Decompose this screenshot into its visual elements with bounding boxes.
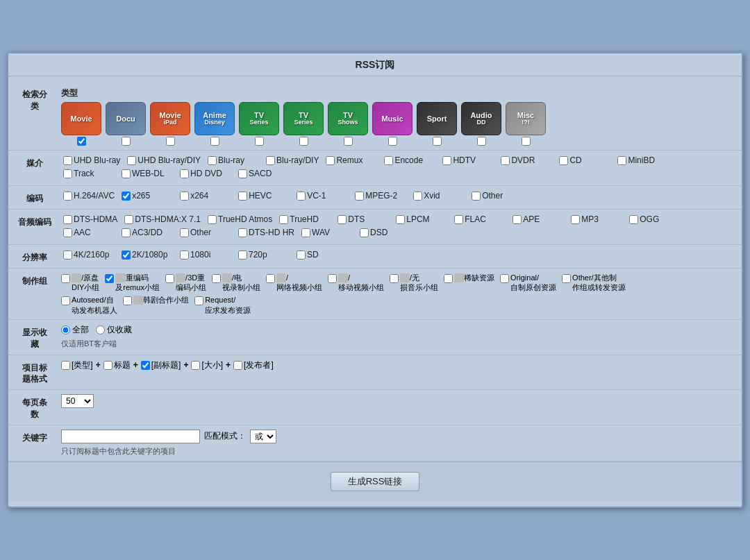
codec-checkbox-other[interactable] (472, 192, 481, 201)
format-checkbox-fmt_size[interactable] (191, 361, 200, 370)
audio-label-aac[interactable]: AAC (74, 228, 91, 237)
resolution-label-r4k[interactable]: 4K/2160p (74, 250, 109, 260)
codec-checkbox-xvid[interactable] (413, 192, 422, 201)
pg-checkbox-pg_original[interactable] (500, 274, 509, 283)
pg-checkbox-pg_diy[interactable] (61, 274, 70, 283)
audio-label-dsd[interactable]: DSD (370, 228, 388, 237)
media-label-bluray_diy[interactable]: Blu-ray/DIY (276, 155, 319, 165)
display-radio-label-disp_all[interactable]: 全部 (72, 324, 89, 336)
codec-label-other[interactable]: Other (482, 191, 503, 201)
pg2-checkbox-pg_request[interactable] (194, 296, 203, 305)
codec-label-xvid[interactable]: Xvid (424, 191, 440, 201)
pg-checkbox-pg_rare[interactable] (444, 274, 453, 283)
type-checkbox-misc[interactable] (522, 137, 531, 146)
audio-label-ape[interactable]: APE (523, 214, 540, 224)
audio-checkbox-truehd_atmos[interactable] (208, 215, 217, 224)
audio-label-ogg[interactable]: OGG (640, 214, 659, 224)
type-checkbox-movie_ipad[interactable] (166, 137, 175, 146)
codec-checkbox-h264[interactable] (63, 192, 72, 201)
pg-label-pg_video[interactable]: ██/电视录制小组 (222, 273, 260, 293)
audio-label-other_audio[interactable]: Other (190, 228, 211, 237)
format-checkbox-fmt_subtitle[interactable] (141, 361, 150, 370)
type-checkbox-tv_shows[interactable] (344, 137, 353, 146)
audio-checkbox-dts_hdma_x71[interactable] (124, 215, 133, 224)
audio-checkbox-dts_hd_hr[interactable] (238, 228, 247, 237)
display-radio-label-disp_fav[interactable]: 仅收藏 (107, 324, 132, 336)
media-label-web_dl[interactable]: WEB-DL (132, 169, 165, 178)
pg-label-pg_music[interactable]: ██/无损音乐小组 (400, 273, 438, 293)
per-page-select[interactable]: 10203050100 (61, 394, 94, 408)
pg-label-pg_rare[interactable]: ██稀缺资源 (454, 273, 494, 282)
audio-label-mp3[interactable]: MP3 (581, 214, 599, 224)
keyword-input[interactable] (61, 430, 200, 443)
media-label-bluray[interactable]: Blu-ray (218, 155, 244, 165)
display-radio-disp_fav[interactable] (96, 325, 105, 334)
media-label-hd_dvd[interactable]: HD DVD (190, 169, 222, 178)
media-checkbox-web_dl[interactable] (122, 169, 131, 178)
media-checkbox-cd[interactable] (559, 156, 568, 165)
pg2-checkbox-pg_autoseed[interactable] (61, 296, 70, 305)
audio-checkbox-other_audio[interactable] (180, 228, 189, 237)
audio-label-lpcm[interactable]: LPCM (406, 214, 429, 224)
pg-checkbox-pg_music[interactable] (390, 274, 399, 283)
media-label-track[interactable]: Track (74, 169, 94, 178)
format-label-fmt_subtitle[interactable]: [副标题] (151, 359, 181, 371)
media-label-minibd[interactable]: MiniBD (628, 155, 655, 165)
format-label-fmt_size[interactable]: [大小] (201, 359, 223, 371)
audio-label-ac3dd[interactable]: AC3/DD (132, 228, 162, 237)
codec-checkbox-vc1[interactable] (297, 192, 306, 201)
media-checkbox-bluray_diy[interactable] (266, 156, 275, 165)
audio-label-dts[interactable]: DTS (348, 214, 365, 224)
audio-checkbox-dts_hdma[interactable] (63, 215, 72, 224)
audio-checkbox-dsd[interactable] (360, 228, 369, 237)
audio-checkbox-truehd[interactable] (279, 215, 288, 224)
audio-checkbox-aac[interactable] (63, 228, 72, 237)
codec-checkbox-x264[interactable] (180, 192, 189, 201)
media-label-uhd_bluray[interactable]: UHD Blu-ray (74, 155, 120, 165)
pg-label-pg_original[interactable]: Original/自制原创资源 (510, 273, 556, 293)
audio-label-dts_hdma[interactable]: DTS-HDMA (74, 214, 117, 224)
pg-label-pg_other_prod[interactable]: Other/其他制作组或转发资源 (572, 273, 626, 293)
audio-checkbox-ac3dd[interactable] (122, 228, 131, 237)
type-checkbox-tv_series1[interactable] (255, 137, 264, 146)
media-checkbox-uhd_bluray[interactable] (63, 156, 72, 165)
resolution-checkbox-r2k[interactable] (122, 251, 131, 260)
pg-label-pg_remux[interactable]: ██重编码及remux小组 (115, 273, 160, 293)
codec-checkbox-x265[interactable] (122, 192, 131, 201)
codec-checkbox-mpeg2[interactable] (355, 192, 364, 201)
media-label-cd[interactable]: CD (569, 155, 581, 165)
media-label-hdtv[interactable]: HDTV (453, 155, 476, 165)
resolution-label-rsd[interactable]: SD (307, 250, 319, 260)
format-checkbox-fmt_publisher[interactable] (233, 361, 242, 370)
match-select[interactable]: 或且非 (250, 430, 276, 443)
audio-label-dts_hd_hr[interactable]: DTS-HD HR (249, 228, 294, 237)
format-checkbox-fmt_title[interactable] (103, 361, 112, 370)
pg2-label-pg_kr[interactable]: ██韩剧合作小组 (133, 295, 189, 305)
codec-label-x264[interactable]: x264 (190, 191, 208, 201)
format-checkbox-fmt_type[interactable] (61, 361, 70, 370)
pg-checkbox-pg_remux[interactable] (105, 274, 114, 283)
type-checkbox-movie[interactable] (77, 137, 86, 146)
pg2-label-pg_autoseed[interactable]: Autoseed/自动发布机器人 (72, 295, 117, 315)
media-checkbox-minibd[interactable] (617, 156, 626, 165)
codec-label-hevc[interactable]: HEVC (249, 191, 272, 201)
codec-label-vc1[interactable]: VC-1 (307, 191, 326, 201)
type-checkbox-tv_series2[interactable] (299, 137, 308, 146)
resolution-checkbox-r720p[interactable] (238, 251, 247, 260)
pg-checkbox-pg_3d[interactable] (165, 274, 174, 283)
pg2-label-pg_request[interactable]: Request/应求发布资源 (205, 295, 251, 315)
audio-checkbox-dts[interactable] (338, 215, 347, 224)
display-radio-disp_all[interactable] (61, 325, 70, 334)
codec-label-mpeg2[interactable]: MPEG-2 (365, 191, 397, 201)
format-label-fmt_title[interactable]: 标题 (114, 359, 131, 371)
media-label-uhd_bluray_diy[interactable]: UHD Blu-ray/DIY (138, 155, 201, 165)
type-checkbox-audio[interactable] (477, 137, 486, 146)
pg-label-pg_web[interactable]: ██/网络视频小组 (276, 273, 322, 293)
audio-label-flac[interactable]: FLAC (465, 214, 486, 224)
pg-checkbox-pg_web[interactable] (266, 274, 275, 283)
pg-checkbox-pg_video[interactable] (212, 274, 221, 283)
media-checkbox-sacd[interactable] (238, 169, 247, 178)
type-checkbox-docu[interactable] (122, 137, 131, 146)
audio-checkbox-ogg[interactable] (629, 215, 638, 224)
pg-checkbox-pg_other_prod[interactable] (562, 274, 571, 283)
